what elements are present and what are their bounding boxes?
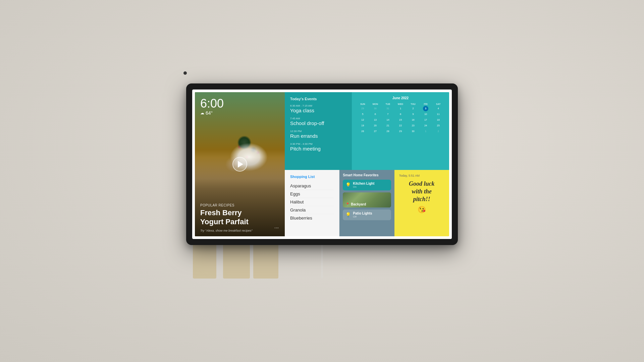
cal-week1-day5: 2 [407,106,419,111]
event-name-1: Yoga class [290,108,346,114]
cal-header-wed: WED [394,103,407,106]
event-item-3[interactable]: 12:30 PM Run errands [290,130,346,139]
event-time-1: 6:30 AM - 7:15 AM [290,104,346,107]
recipe-label: Popular Recipes [200,203,279,207]
screen: 6:00 ☁ 64° Popular Recipes Fresh BerryYo… [195,92,449,236]
cal-week1-day2: 30 [369,106,382,111]
shopping-item-1[interactable]: Asparagus [290,182,334,190]
play-triangle-icon [238,161,243,168]
kitchen-light-icon: 💡 [345,182,351,187]
backyard-label: 📍 Backyard [345,202,366,206]
backyard-card[interactable]: 📍 Backyard [343,192,391,207]
current-time: 6:00 [200,98,224,110]
shopping-item-3[interactable]: Halibut [290,198,334,206]
play-button[interactable] [232,157,247,172]
recipe-info: Popular Recipes Fresh BerryYogurt Parfai… [200,203,279,226]
left-panel: 6:00 ☁ 64° Popular Recipes Fresh BerryYo… [195,92,285,236]
calendar-grid: SUN MON TUE WED THU FRI SAT 29 30 31 [357,103,444,134]
note-time: Today, 5:51 AM [399,174,444,177]
patio-lights-info: Patio Lights Off [353,212,388,218]
top-section: Today's Events 6:30 AM - 7:15 AM Yoga cl… [285,92,449,170]
cal-week1-day7: 4 [432,106,444,111]
backyard-name: Backyard [351,202,366,206]
kitchen-light-info: Kitchen Light On [353,182,388,188]
time-weather-widget: 6:00 ☁ 64° [200,98,224,116]
recipe-hint: Try "Alexa, show me breakfast recipes" [200,229,253,232]
cal-week1-day4: 1 [394,106,407,111]
event-name-4: Pitch meeting [290,146,346,152]
weather-icon: ☁ [200,111,204,115]
cal-header-sun: SUN [357,103,369,106]
kitchen-light-name: Kitchen Light [353,182,388,185]
device-card-kitchen-light[interactable]: 💡 Kitchen Light On [343,180,391,190]
cal-header-thu: THU [407,103,419,106]
cal-week1-day1: 29 [357,106,369,111]
right-panel: Today's Events 6:30 AM - 7:15 AM Yoga cl… [285,92,449,236]
patio-lights-name: Patio Lights [353,212,388,215]
events-panel: Today's Events 6:30 AM - 7:15 AM Yoga cl… [285,92,352,170]
note-emoji: 😘 [399,205,444,214]
shopping-item-4[interactable]: Granola [290,206,334,214]
event-time-2: 7:45 AM [290,117,346,120]
power-cable [321,245,323,279]
events-title: Today's Events [290,97,346,101]
calendar-title: June 2022 [357,96,444,100]
event-item-4[interactable]: 3:30 PM - 4:30 PM Pitch meeting [290,142,346,152]
event-item-2[interactable]: 7:45 AM School drop-off [290,117,346,126]
kitchen-light-status: On [353,185,388,188]
calendar-panel: June 2022 SUN MON TUE WED THU FRI SAT [352,92,449,170]
weather-widget: ☁ 64° [200,110,224,116]
event-name-3: Run errands [290,133,346,139]
shopping-item-2[interactable]: Eggs [290,190,334,198]
note-content: Good luckwith thepitch!! [399,180,444,203]
shopping-item-5[interactable]: Blueberries [290,214,334,222]
patio-lights-status: Off [353,215,388,218]
cal-week1-day3: 31 [382,106,394,111]
event-time-4: 3:30 PM - 4:30 PM [290,142,346,145]
event-time-3: 12:30 PM [290,130,346,133]
temperature: 64° [206,110,213,116]
smart-home-title: Smart Home Favorites [343,173,391,177]
camera-dot [183,71,187,75]
device-card-patio-lights[interactable]: 💡 Patio Lights Off [343,209,391,220]
sticky-note: Today, 5:51 AM Good luckwith thepitch!! … [394,170,449,237]
cal-header-fri: FRI [420,103,432,106]
cal-header-sat: SAT [432,103,444,106]
cal-header-tue: TUE [382,103,394,106]
patio-lights-icon: 💡 [345,212,351,217]
dots-menu-icon[interactable]: ⋮ [274,226,279,231]
cal-header-mon: MON [369,103,382,106]
smart-home-panel: Smart Home Favorites 💡 Kitchen Light On [339,170,394,237]
bottom-section: Shopping List Asparagus Eggs Halibut Gra… [285,170,449,237]
device-frame: 6:00 ☁ 64° Popular Recipes Fresh BerryYo… [186,83,458,245]
shopping-title: Shopping List [290,175,334,179]
event-item-1[interactable]: 6:30 AM - 7:15 AM Yoga class [290,104,346,114]
shopping-panel: Shopping List Asparagus Eggs Halibut Gra… [285,170,339,237]
recipe-title: Fresh BerryYogurt Parfait [200,208,279,226]
device-inner: 6:00 ☁ 64° Popular Recipes Fresh BerryYo… [192,89,452,239]
backyard-icon: 📍 [345,202,350,206]
recipe-background: 6:00 ☁ 64° Popular Recipes Fresh BerryYo… [195,92,285,236]
cal-week1-day6-today: 3 [420,106,432,111]
device-wrapper: 6:00 ☁ 64° Popular Recipes Fresh BerryYo… [186,83,458,279]
event-name-2: School drop-off [290,120,346,126]
